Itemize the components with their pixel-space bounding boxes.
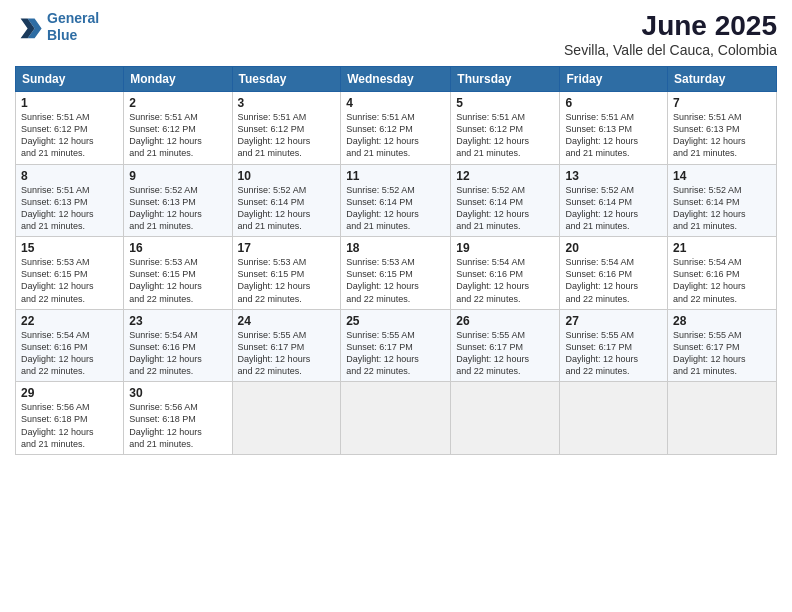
- day-number: 4: [346, 96, 445, 110]
- cell-info: Sunrise: 5:52 AM Sunset: 6:14 PM Dayligh…: [346, 184, 445, 233]
- day-number: 5: [456, 96, 554, 110]
- table-row: 26Sunrise: 5:55 AM Sunset: 6:17 PM Dayli…: [451, 309, 560, 382]
- cell-info: Sunrise: 5:56 AM Sunset: 6:18 PM Dayligh…: [129, 401, 226, 450]
- cell-info: Sunrise: 5:54 AM Sunset: 6:16 PM Dayligh…: [456, 256, 554, 305]
- cell-info: Sunrise: 5:51 AM Sunset: 6:12 PM Dayligh…: [456, 111, 554, 160]
- day-number: 17: [238, 241, 336, 255]
- day-number: 19: [456, 241, 554, 255]
- title-block: June 2025 Sevilla, Valle del Cauca, Colo…: [564, 10, 777, 58]
- cell-info: Sunrise: 5:52 AM Sunset: 6:14 PM Dayligh…: [238, 184, 336, 233]
- table-row: 4Sunrise: 5:51 AM Sunset: 6:12 PM Daylig…: [341, 92, 451, 165]
- table-row: [668, 382, 777, 455]
- cell-info: Sunrise: 5:53 AM Sunset: 6:15 PM Dayligh…: [346, 256, 445, 305]
- cell-info: Sunrise: 5:55 AM Sunset: 6:17 PM Dayligh…: [673, 329, 771, 378]
- cell-info: Sunrise: 5:55 AM Sunset: 6:17 PM Dayligh…: [238, 329, 336, 378]
- day-number: 24: [238, 314, 336, 328]
- cell-info: Sunrise: 5:51 AM Sunset: 6:13 PM Dayligh…: [21, 184, 118, 233]
- day-number: 8: [21, 169, 118, 183]
- cell-info: Sunrise: 5:53 AM Sunset: 6:15 PM Dayligh…: [129, 256, 226, 305]
- table-row: 11Sunrise: 5:52 AM Sunset: 6:14 PM Dayli…: [341, 164, 451, 237]
- day-number: 18: [346, 241, 445, 255]
- day-number: 20: [565, 241, 662, 255]
- calendar-week-row: 8Sunrise: 5:51 AM Sunset: 6:13 PM Daylig…: [16, 164, 777, 237]
- cell-info: Sunrise: 5:52 AM Sunset: 6:14 PM Dayligh…: [673, 184, 771, 233]
- day-number: 29: [21, 386, 118, 400]
- table-row: 9Sunrise: 5:52 AM Sunset: 6:13 PM Daylig…: [124, 164, 232, 237]
- table-row: 10Sunrise: 5:52 AM Sunset: 6:14 PM Dayli…: [232, 164, 341, 237]
- col-wednesday: Wednesday: [341, 67, 451, 92]
- day-number: 12: [456, 169, 554, 183]
- table-row: 5Sunrise: 5:51 AM Sunset: 6:12 PM Daylig…: [451, 92, 560, 165]
- day-number: 3: [238, 96, 336, 110]
- col-monday: Monday: [124, 67, 232, 92]
- calendar-week-row: 1Sunrise: 5:51 AM Sunset: 6:12 PM Daylig…: [16, 92, 777, 165]
- day-number: 28: [673, 314, 771, 328]
- cell-info: Sunrise: 5:51 AM Sunset: 6:12 PM Dayligh…: [129, 111, 226, 160]
- table-row: 24Sunrise: 5:55 AM Sunset: 6:17 PM Dayli…: [232, 309, 341, 382]
- table-row: [232, 382, 341, 455]
- cell-info: Sunrise: 5:52 AM Sunset: 6:14 PM Dayligh…: [456, 184, 554, 233]
- table-row: 8Sunrise: 5:51 AM Sunset: 6:13 PM Daylig…: [16, 164, 124, 237]
- logo-text: General Blue: [47, 10, 99, 44]
- day-number: 14: [673, 169, 771, 183]
- calendar-week-row: 29Sunrise: 5:56 AM Sunset: 6:18 PM Dayli…: [16, 382, 777, 455]
- logo-icon: [15, 13, 43, 41]
- table-row: 25Sunrise: 5:55 AM Sunset: 6:17 PM Dayli…: [341, 309, 451, 382]
- calendar: Sunday Monday Tuesday Wednesday Thursday…: [15, 66, 777, 455]
- logo-line2: Blue: [47, 27, 77, 43]
- cell-info: Sunrise: 5:52 AM Sunset: 6:14 PM Dayligh…: [565, 184, 662, 233]
- cell-info: Sunrise: 5:53 AM Sunset: 6:15 PM Dayligh…: [238, 256, 336, 305]
- main-title: June 2025: [564, 10, 777, 42]
- cell-info: Sunrise: 5:51 AM Sunset: 6:13 PM Dayligh…: [565, 111, 662, 160]
- cell-info: Sunrise: 5:51 AM Sunset: 6:12 PM Dayligh…: [238, 111, 336, 160]
- table-row: 28Sunrise: 5:55 AM Sunset: 6:17 PM Dayli…: [668, 309, 777, 382]
- cell-info: Sunrise: 5:55 AM Sunset: 6:17 PM Dayligh…: [565, 329, 662, 378]
- day-number: 26: [456, 314, 554, 328]
- table-row: 1Sunrise: 5:51 AM Sunset: 6:12 PM Daylig…: [16, 92, 124, 165]
- table-row: [341, 382, 451, 455]
- cell-info: Sunrise: 5:54 AM Sunset: 6:16 PM Dayligh…: [129, 329, 226, 378]
- table-row: 12Sunrise: 5:52 AM Sunset: 6:14 PM Dayli…: [451, 164, 560, 237]
- day-number: 27: [565, 314, 662, 328]
- cell-info: Sunrise: 5:51 AM Sunset: 6:13 PM Dayligh…: [673, 111, 771, 160]
- table-row: 20Sunrise: 5:54 AM Sunset: 6:16 PM Dayli…: [560, 237, 668, 310]
- col-sunday: Sunday: [16, 67, 124, 92]
- table-row: 7Sunrise: 5:51 AM Sunset: 6:13 PM Daylig…: [668, 92, 777, 165]
- day-number: 21: [673, 241, 771, 255]
- calendar-week-row: 22Sunrise: 5:54 AM Sunset: 6:16 PM Dayli…: [16, 309, 777, 382]
- table-row: 18Sunrise: 5:53 AM Sunset: 6:15 PM Dayli…: [341, 237, 451, 310]
- table-row: 29Sunrise: 5:56 AM Sunset: 6:18 PM Dayli…: [16, 382, 124, 455]
- col-saturday: Saturday: [668, 67, 777, 92]
- table-row: 14Sunrise: 5:52 AM Sunset: 6:14 PM Dayli…: [668, 164, 777, 237]
- day-number: 9: [129, 169, 226, 183]
- page: General Blue June 2025 Sevilla, Valle de…: [0, 0, 792, 612]
- day-number: 7: [673, 96, 771, 110]
- day-number: 15: [21, 241, 118, 255]
- cell-info: Sunrise: 5:55 AM Sunset: 6:17 PM Dayligh…: [456, 329, 554, 378]
- subtitle: Sevilla, Valle del Cauca, Colombia: [564, 42, 777, 58]
- logo: General Blue: [15, 10, 99, 44]
- cell-info: Sunrise: 5:54 AM Sunset: 6:16 PM Dayligh…: [673, 256, 771, 305]
- calendar-header-row: Sunday Monday Tuesday Wednesday Thursday…: [16, 67, 777, 92]
- table-row: 19Sunrise: 5:54 AM Sunset: 6:16 PM Dayli…: [451, 237, 560, 310]
- cell-info: Sunrise: 5:51 AM Sunset: 6:12 PM Dayligh…: [346, 111, 445, 160]
- logo-line1: General: [47, 10, 99, 26]
- cell-info: Sunrise: 5:52 AM Sunset: 6:13 PM Dayligh…: [129, 184, 226, 233]
- table-row: 16Sunrise: 5:53 AM Sunset: 6:15 PM Dayli…: [124, 237, 232, 310]
- table-row: 30Sunrise: 5:56 AM Sunset: 6:18 PM Dayli…: [124, 382, 232, 455]
- day-number: 11: [346, 169, 445, 183]
- cell-info: Sunrise: 5:54 AM Sunset: 6:16 PM Dayligh…: [565, 256, 662, 305]
- table-row: 2Sunrise: 5:51 AM Sunset: 6:12 PM Daylig…: [124, 92, 232, 165]
- day-number: 6: [565, 96, 662, 110]
- table-row: 3Sunrise: 5:51 AM Sunset: 6:12 PM Daylig…: [232, 92, 341, 165]
- col-tuesday: Tuesday: [232, 67, 341, 92]
- table-row: 27Sunrise: 5:55 AM Sunset: 6:17 PM Dayli…: [560, 309, 668, 382]
- cell-info: Sunrise: 5:55 AM Sunset: 6:17 PM Dayligh…: [346, 329, 445, 378]
- day-number: 1: [21, 96, 118, 110]
- header: General Blue June 2025 Sevilla, Valle de…: [15, 10, 777, 58]
- day-number: 16: [129, 241, 226, 255]
- table-row: [560, 382, 668, 455]
- cell-info: Sunrise: 5:54 AM Sunset: 6:16 PM Dayligh…: [21, 329, 118, 378]
- col-friday: Friday: [560, 67, 668, 92]
- table-row: 21Sunrise: 5:54 AM Sunset: 6:16 PM Dayli…: [668, 237, 777, 310]
